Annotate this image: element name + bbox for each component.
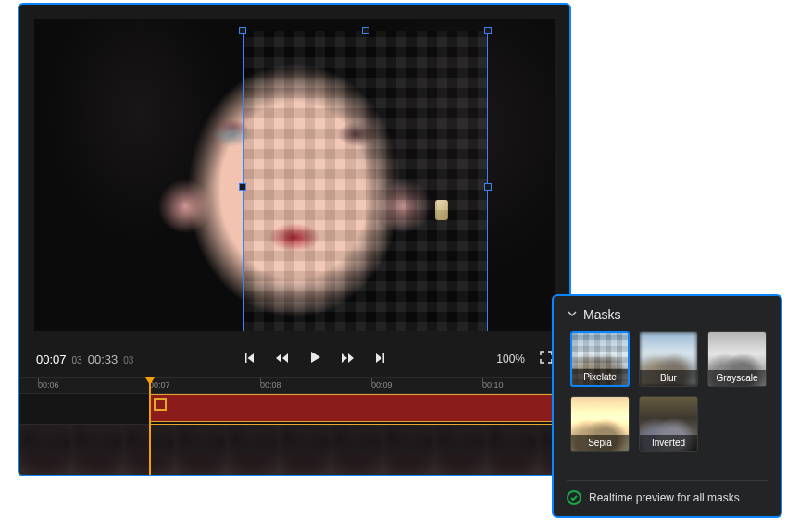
mask-label: Blur <box>640 370 697 386</box>
skip-end-icon[interactable] <box>375 351 386 367</box>
masks-header[interactable]: Masks <box>567 307 768 322</box>
ruler-tick: 00:07 <box>149 380 170 390</box>
current-frame: 03 <box>72 355 82 365</box>
thumbnail[interactable] <box>279 425 331 476</box>
thumbnail-track[interactable] <box>19 424 569 476</box>
mask-label: Sepia <box>571 435 629 451</box>
time-display: 00:07 03 00:33 03 <box>36 353 133 366</box>
mask-clip[interactable] <box>149 394 569 422</box>
thumbnail[interactable] <box>486 425 538 476</box>
fast-forward-icon[interactable] <box>342 351 355 367</box>
mask-label: Pixelate <box>572 369 628 385</box>
preview-earring <box>435 200 448 220</box>
mask-option-blur[interactable]: Blur <box>639 331 698 387</box>
ruler-tick: 00:08 <box>260 380 281 390</box>
mask-option-inverted[interactable]: Inverted <box>639 396 698 452</box>
timeline[interactable]: 00:06 00:07 00:08 00:09 00:10 <box>19 377 569 476</box>
thumbnail[interactable] <box>434 425 486 476</box>
zoom-fullscreen: 100% <box>496 351 553 367</box>
mask-label: Grayscale <box>708 370 766 386</box>
check-circle-icon <box>567 490 581 505</box>
realtime-preview-label: Realtime preview for all masks <box>589 491 740 504</box>
playhead[interactable] <box>149 377 151 476</box>
mask-option-pixelate[interactable]: Pixelate <box>570 331 630 387</box>
transport-controls <box>133 351 496 367</box>
current-time: 00:07 <box>36 353 67 366</box>
timeline-ruler[interactable]: 00:06 00:07 00:08 00:09 00:10 <box>19 377 569 394</box>
realtime-preview-row: Realtime preview for all masks <box>567 480 768 505</box>
video-editor-panel: 00:07 03 00:33 03 100% <box>18 3 571 476</box>
thumbnail[interactable] <box>71 425 123 476</box>
duration-frame: 03 <box>123 355 133 365</box>
preview-image-hair <box>34 19 555 331</box>
play-icon[interactable] <box>308 351 321 367</box>
fullscreen-icon[interactable] <box>540 351 553 367</box>
ruler-tick: 00:10 <box>482 380 504 390</box>
masks-panel: Masks Pixelate Blur Grayscale Sepia Inve… <box>552 294 782 518</box>
mask-grid: Pixelate Blur Grayscale Sepia Inverted <box>570 331 768 452</box>
thumbnail[interactable] <box>175 425 227 476</box>
mask-label: Inverted <box>640 435 697 451</box>
thumbnail[interactable] <box>331 425 382 476</box>
rewind-icon[interactable] <box>275 351 288 367</box>
zoom-level[interactable]: 100% <box>496 353 525 365</box>
masks-title: Masks <box>583 307 620 322</box>
thumbnail[interactable] <box>19 425 71 476</box>
mask-option-grayscale[interactable]: Grayscale <box>707 331 767 387</box>
transport-bar: 00:07 03 00:33 03 100% <box>19 340 569 377</box>
thumbnail[interactable] <box>382 425 434 476</box>
video-preview[interactable] <box>34 19 555 331</box>
thumbnail[interactable] <box>227 425 279 476</box>
ruler-tick: 00:06 <box>38 380 59 390</box>
duration: 00:33 <box>88 353 119 366</box>
mask-option-sepia[interactable]: Sepia <box>570 396 630 452</box>
chevron-down-icon <box>567 307 578 322</box>
ruler-tick: 00:09 <box>371 380 393 390</box>
skip-start-icon[interactable] <box>244 351 255 367</box>
